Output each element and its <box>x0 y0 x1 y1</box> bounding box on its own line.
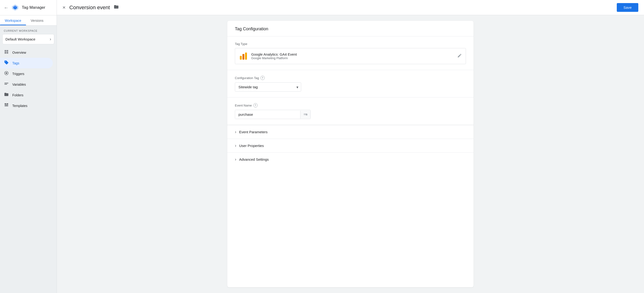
advanced-settings-label: Advanced Settings <box>239 158 269 162</box>
sidebar-item-variables[interactable]: Variables <box>0 79 53 90</box>
configuration-tag-help-icon[interactable]: ? <box>260 76 265 80</box>
user-properties-row[interactable]: › User Properties <box>227 139 474 152</box>
svg-rect-14 <box>242 54 244 60</box>
tab-versions[interactable]: Versions <box>26 16 48 25</box>
configuration-tag-label: Configuration Tag ? <box>235 76 466 80</box>
event-name-field-wrapper <box>235 110 311 119</box>
sidebar-item-variables-label: Variables <box>12 82 26 86</box>
svg-point-6 <box>6 72 7 74</box>
dialog-header: × Conversion event Save <box>57 0 644 15</box>
sidebar-item-templates-label: Templates <box>12 104 28 108</box>
folders-icon <box>4 92 9 98</box>
current-workspace-label: CURRENT WORKSPACE <box>0 26 56 34</box>
gtm-logo <box>11 3 20 12</box>
dialog-body: Tag Configuration Tag Type <box>57 15 644 293</box>
templates-icon <box>4 103 9 109</box>
event-parameters-chevron: › <box>235 130 236 134</box>
edit-icon[interactable] <box>457 53 462 59</box>
svg-rect-11 <box>5 106 8 106</box>
tag-type-row: Google Analytics: GA4 Event Google Marke… <box>235 48 466 64</box>
tag-configuration-card: Tag Configuration Tag Type <box>227 21 474 287</box>
user-properties-chevron: › <box>235 143 236 148</box>
advanced-settings-row[interactable]: › Advanced Settings <box>227 152 474 166</box>
tags-icon <box>4 60 9 66</box>
svg-rect-8 <box>4 84 7 85</box>
sidebar-tabs: Workspace Versions <box>0 16 56 26</box>
dialog-header-left: × Conversion event <box>62 4 119 11</box>
dialog-title: Conversion event <box>69 4 110 11</box>
sidebar-item-triggers[interactable]: Triggers <box>0 68 53 79</box>
svg-rect-12 <box>7 104 8 104</box>
svg-rect-9 <box>5 104 6 104</box>
sidebar-header: ← Tag Manager <box>0 0 56 16</box>
user-properties-label: User Properties <box>239 144 264 148</box>
tab-workspace[interactable]: Workspace <box>0 16 26 25</box>
svg-rect-7 <box>4 83 8 84</box>
event-name-help-icon[interactable]: ? <box>253 103 258 108</box>
svg-rect-13 <box>240 56 242 60</box>
svg-rect-17 <box>304 114 306 115</box>
sidebar-item-overview-label: Overview <box>12 51 26 54</box>
sidebar: ← Tag Manager Workspace Versions CURRENT… <box>0 0 57 293</box>
tag-type-left: Google Analytics: GA4 Event Google Marke… <box>239 52 297 60</box>
event-parameters-label: Event Parameters <box>239 130 268 134</box>
sidebar-item-tags[interactable]: Tags <box>0 58 53 68</box>
main-content: × Conversion event Save Tag Configuratio… <box>57 0 644 293</box>
event-name-input[interactable] <box>235 110 300 119</box>
svg-rect-15 <box>245 52 247 60</box>
back-button[interactable]: ← <box>4 5 8 10</box>
advanced-settings-chevron: › <box>235 157 236 162</box>
svg-rect-16 <box>304 114 307 114</box>
card-section-title: Tag Configuration <box>227 21 474 36</box>
workspace-selector[interactable]: Default Workspace › <box>2 34 54 44</box>
configuration-tag-select[interactable]: Sitewide tag <box>235 82 301 92</box>
tag-type-name: Google Analytics: GA4 Event <box>251 52 297 56</box>
configuration-tag-select-wrapper: Sitewide tag ▾ <box>235 82 301 92</box>
configuration-tag-section: Configuration Tag ? Sitewide tag ▾ <box>227 70 474 98</box>
sidebar-item-triggers-label: Triggers <box>12 72 24 76</box>
chevron-right-icon: › <box>50 37 51 42</box>
sidebar-item-tags-label: Tags <box>12 61 20 65</box>
tag-type-section: Tag Type Google Analytics: GA4 Event <box>227 36 474 70</box>
variable-insert-button[interactable] <box>300 110 310 118</box>
svg-rect-10 <box>5 104 8 105</box>
sidebar-nav: Overview Tags Triggers Variables Folders <box>0 47 56 111</box>
variables-icon <box>4 82 9 87</box>
event-name-section: Event Name ? <box>227 98 474 125</box>
dialog-folder-icon[interactable] <box>114 4 119 11</box>
overview-icon <box>4 50 9 56</box>
workspace-name: Default Workspace <box>6 37 35 41</box>
tag-type-label: Tag Type <box>235 42 466 46</box>
triggers-icon <box>4 71 9 77</box>
sidebar-item-folders[interactable]: Folders <box>0 90 53 100</box>
sidebar-item-templates[interactable]: Templates <box>0 100 53 111</box>
tag-type-info: Google Analytics: GA4 Event Google Marke… <box>251 52 297 60</box>
close-button[interactable]: × <box>62 5 66 10</box>
app-name: Tag Manager <box>22 5 45 10</box>
dialog-overlay: × Conversion event Save Tag Configuratio… <box>57 0 644 293</box>
event-name-label: Event Name ? <box>235 103 466 108</box>
save-button[interactable]: Save <box>617 3 638 12</box>
sidebar-item-folders-label: Folders <box>12 93 24 97</box>
sidebar-item-overview[interactable]: Overview <box>0 47 53 58</box>
event-parameters-row[interactable]: › Event Parameters <box>227 125 474 139</box>
tag-type-subtitle: Google Marketing Platform <box>251 56 297 60</box>
ga4-icon <box>239 52 248 60</box>
